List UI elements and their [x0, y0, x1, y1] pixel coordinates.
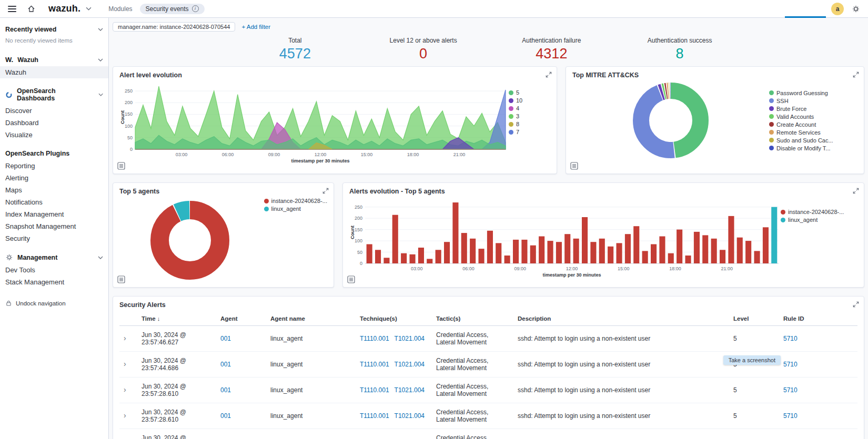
sidebar-item-dev-tools[interactable]: Dev Tools: [0, 264, 108, 276]
column-level[interactable]: Level: [729, 312, 779, 326]
legend-item[interactable]: Sudo and Sudo Cac...: [769, 137, 857, 144]
legend-swatch-icon: [769, 146, 774, 150]
expand-row-icon[interactable]: ›: [124, 385, 126, 394]
legend-swatch-icon: [781, 210, 785, 215]
legend-toggle-button[interactable]: [117, 162, 125, 170]
breadcrumb-current[interactable]: Security events i: [140, 4, 205, 14]
sidebar-section-wazuh[interactable]: W. Wazuh: [0, 53, 108, 66]
column-techniques[interactable]: Technique(s): [356, 312, 432, 326]
info-icon[interactable]: i: [192, 5, 199, 12]
column-tactics[interactable]: Tactic(s): [432, 312, 513, 326]
home-button[interactable]: [24, 2, 38, 16]
legend-item[interactable]: instance-20240628-...: [264, 198, 327, 204]
agent-link[interactable]: 001: [220, 335, 231, 342]
column-description[interactable]: Description: [513, 312, 729, 326]
sidebar-item-stack-management[interactable]: Stack Management: [0, 276, 108, 288]
expand-row-icon[interactable]: ›: [124, 334, 126, 342]
alert-level-evolution-chart[interactable]: 05010015020025003:0006:0009:0012:0015:00…: [119, 81, 509, 165]
metrics-row: Total 4572 Level 12 or above alerts 0 Au…: [231, 37, 744, 62]
technique-link[interactable]: T1110.001: [360, 412, 389, 420]
technique-link[interactable]: T1110.001: [360, 361, 389, 368]
cell-agent-name: linux_agent: [266, 326, 356, 352]
expand-panel-button[interactable]: [321, 187, 330, 195]
legend-item[interactable]: Remote Services: [769, 129, 857, 136]
rule-id-link[interactable]: 5710: [783, 361, 798, 368]
logo-chevron-down-icon[interactable]: [86, 7, 92, 11]
legend-swatch-icon: [509, 114, 513, 119]
sidebar-item-index-management[interactable]: Index Management: [0, 208, 108, 220]
legend-label: instance-20240628-...: [788, 209, 844, 215]
technique-link[interactable]: T1021.004: [395, 386, 425, 394]
expand-panel-button[interactable]: [852, 187, 860, 195]
expand-row-icon[interactable]: ›: [124, 360, 126, 368]
column-agent-name[interactable]: Agent name: [266, 312, 356, 326]
legend-item[interactable]: 8: [509, 121, 542, 127]
legend-item[interactable]: 4: [509, 105, 542, 111]
legend-item[interactable]: 5: [509, 89, 542, 96]
sidebar-section-recently-viewed[interactable]: Recently viewed: [0, 23, 108, 36]
technique-link[interactable]: T1110.001: [360, 335, 389, 342]
mitre-donut-chart[interactable]: [572, 82, 769, 159]
technique-link[interactable]: T1021.004: [395, 361, 425, 368]
wazuh-logo[interactable]: wazuh.: [48, 3, 80, 14]
sidebar-item-reporting[interactable]: Reporting: [0, 160, 108, 172]
rule-id-link[interactable]: 5710: [783, 335, 798, 342]
expand-row-icon[interactable]: ›: [124, 437, 126, 439]
cell-level: 5: [729, 429, 779, 439]
settings-button[interactable]: [849, 2, 863, 16]
legend-toggle-button[interactable]: [347, 275, 355, 283]
column-agent[interactable]: Agent: [216, 312, 266, 326]
take-screenshot-tooltip[interactable]: Take a screenshot: [723, 355, 781, 365]
agent-link[interactable]: 001: [220, 412, 231, 420]
filter-pill[interactable]: manager.name: instance-20240628-070544: [113, 22, 235, 32]
legend-item[interactable]: Create Account: [769, 121, 857, 128]
sidebar-item-snapshot-management[interactable]: Snapshot Management: [0, 220, 108, 232]
avatar[interactable]: a: [831, 3, 844, 15]
sidebar-section-opensearch-plugins[interactable]: OpenSearch Plugins: [0, 147, 108, 160]
undock-navigation-button[interactable]: Undock navigation: [0, 294, 108, 312]
sidebar-item-visualize[interactable]: Visualize: [0, 129, 108, 141]
legend-item[interactable]: 7: [509, 129, 542, 135]
technique-link[interactable]: T1021.004: [395, 335, 425, 342]
column-time[interactable]: Time↓: [137, 312, 216, 326]
legend-item[interactable]: instance-20240628-...: [781, 209, 848, 215]
expand-row-icon[interactable]: ›: [124, 411, 126, 420]
legend-toggle-button[interactable]: [570, 162, 578, 170]
sidebar-item-alerting[interactable]: Alerting: [0, 172, 108, 184]
technique-link[interactable]: T1110.001: [360, 386, 389, 394]
column-rule-id[interactable]: Rule ID: [779, 312, 857, 326]
legend-item[interactable]: SSH: [769, 98, 857, 104]
sidebar-section-opensearch-dashboards[interactable]: OpenSearch Dashboards: [0, 85, 108, 105]
sidebar-item-wazuh[interactable]: Wazuh: [0, 66, 108, 78]
legend-item[interactable]: Valid Accounts: [769, 114, 857, 120]
menu-button[interactable]: [5, 2, 19, 16]
legend-item[interactable]: linux_agent: [264, 206, 327, 212]
alerts-evolution-bar-chart[interactable]: 05010015020025003:0006:0009:0012:0015:00…: [349, 197, 781, 279]
sidebar-section-management[interactable]: Management: [0, 251, 108, 264]
legend-item[interactable]: linux_agent: [781, 217, 848, 223]
legend-item[interactable]: 10: [509, 97, 542, 104]
sidebar-item-security[interactable]: Security: [0, 232, 108, 244]
legend-toggle-button[interactable]: [117, 275, 125, 283]
expand-panel-button[interactable]: [852, 300, 860, 309]
svg-text:250: 250: [125, 88, 133, 94]
agent-link[interactable]: 001: [220, 361, 231, 368]
technique-link[interactable]: T1021.004: [395, 412, 425, 420]
sidebar-item-dashboard[interactable]: Dashboard: [0, 117, 108, 129]
rule-id-link[interactable]: 5710: [783, 412, 798, 420]
sidebar-item-discover[interactable]: Discover: [0, 105, 108, 117]
legend-item[interactable]: Disable or Modify T...: [769, 145, 857, 151]
legend-item[interactable]: 3: [509, 113, 542, 119]
legend-label: Create Account: [776, 121, 816, 128]
expand-panel-button[interactable]: [852, 70, 860, 79]
breadcrumb-modules[interactable]: Modules: [108, 5, 132, 13]
agent-link[interactable]: 001: [220, 386, 231, 394]
add-filter-button[interactable]: + Add filter: [241, 24, 270, 30]
sidebar-item-notifications[interactable]: Notifications: [0, 196, 108, 208]
legend-item[interactable]: Password Guessing: [769, 90, 857, 96]
expand-panel-button[interactable]: [544, 70, 553, 79]
top-agents-donut-chart[interactable]: [119, 200, 260, 280]
sidebar-item-maps[interactable]: Maps: [0, 184, 108, 196]
rule-id-link[interactable]: 5710: [783, 386, 798, 394]
legend-item[interactable]: Brute Force: [769, 106, 857, 112]
